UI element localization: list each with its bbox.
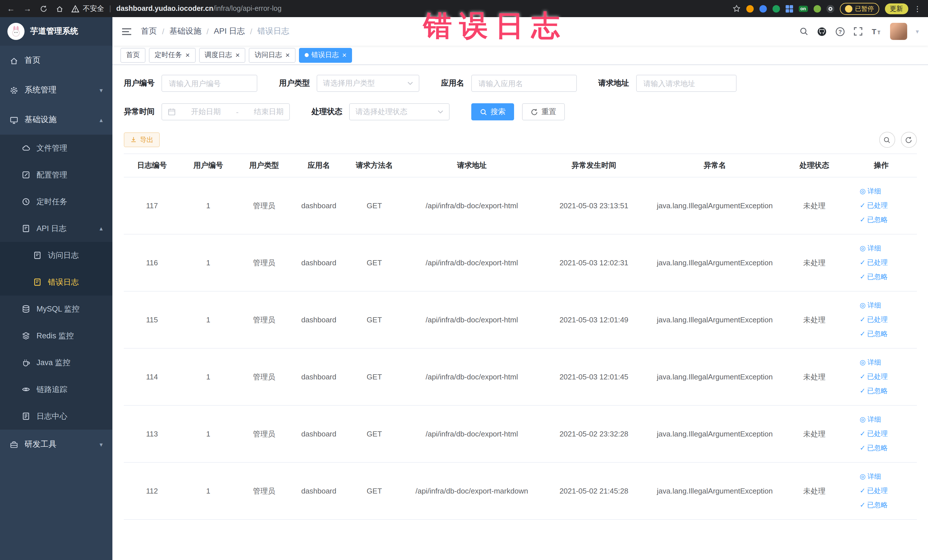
user-id-input[interactable] xyxy=(162,75,257,92)
tab-scheduled-jobs[interactable]: 定时任务 × xyxy=(149,48,195,63)
tab-access-log[interactable]: 访问日志 × xyxy=(249,48,295,63)
sidebar-item-infrastructure[interactable]: 基础设施 ▴ xyxy=(0,105,112,135)
search-icon[interactable] xyxy=(799,27,809,36)
forward-icon[interactable]: → xyxy=(23,4,31,13)
home-icon[interactable] xyxy=(56,5,63,12)
logo-rabbit-icon xyxy=(8,23,24,40)
filter-row-2: 异常时间 开始日期 - 结束日期 处理状态 请选择处理状态 搜索 xyxy=(124,103,917,121)
extension-blue-icon[interactable] xyxy=(759,5,766,12)
sidebar-item-access-log[interactable]: 访问日志 xyxy=(0,242,112,269)
detail-link[interactable]: ◎详细 xyxy=(860,241,914,256)
extension-green-icon[interactable] xyxy=(772,5,780,12)
exception-time-range-picker[interactable]: 开始日期 - 结束日期 xyxy=(162,103,290,121)
tab-error-log[interactable]: 错误日志 × xyxy=(299,48,352,63)
cell-user-id: 1 xyxy=(180,405,236,462)
sidebar-item-log-center[interactable]: 日志中心 xyxy=(0,403,112,430)
tab-scheduler-log[interactable]: 调度日志 × xyxy=(199,48,245,63)
extension-leaf-icon[interactable] xyxy=(814,5,821,12)
processed-link[interactable]: ✓已处理 xyxy=(860,484,914,498)
browser-menu-icon[interactable]: ⋮ xyxy=(914,4,921,13)
column-header: 用户类型 xyxy=(237,154,292,177)
search-button[interactable]: 搜索 xyxy=(471,103,514,121)
hamburger-icon[interactable] xyxy=(122,27,132,36)
bookmark-star-icon[interactable] xyxy=(732,5,740,12)
app-name-input[interactable] xyxy=(471,75,577,92)
page-url[interactable]: dashboard.yudao.iocoder.cn/infra/log/api… xyxy=(116,5,282,12)
browser-update-button[interactable]: 更新 xyxy=(885,3,908,14)
extension-on-badge[interactable]: on xyxy=(798,5,807,12)
sidebar-item-home[interactable]: 首页 xyxy=(0,46,112,75)
sidebar-item-redis-monitor[interactable]: Redis 监控 xyxy=(0,322,112,349)
user-avatar[interactable] xyxy=(890,23,907,40)
address-divider: | xyxy=(109,5,111,12)
ignored-link[interactable]: ✓已忽略 xyxy=(860,327,914,341)
sidebar-item-system-mgmt[interactable]: 系统管理 ▾ xyxy=(0,75,112,105)
ignored-link[interactable]: ✓已忽略 xyxy=(860,270,914,284)
sidebar-item-trace[interactable]: 链路追踪 xyxy=(0,376,112,403)
refresh-table-button[interactable] xyxy=(901,132,917,148)
ignored-link[interactable]: ✓已忽略 xyxy=(860,384,914,398)
security-warning[interactable]: 不安全 xyxy=(71,4,104,14)
address-bar[interactable]: 不安全 | dashboard.yudao.iocoder.cn/infra/l… xyxy=(71,4,724,14)
help-icon[interactable]: ? xyxy=(835,26,845,36)
column-header: 异常名 xyxy=(647,154,783,177)
sidebar-item-dev-tools[interactable]: 研发工具 ▾ xyxy=(0,430,112,459)
github-icon[interactable] xyxy=(817,26,827,36)
tab-close-icon[interactable]: × xyxy=(185,51,190,59)
cell-status: 未处理 xyxy=(783,234,846,291)
cell-actions: ◎详细✓已处理✓已忽略 xyxy=(846,462,917,519)
cell-time: 2021-05-03 23:13:51 xyxy=(541,177,647,234)
tab-close-icon[interactable]: × xyxy=(235,51,240,59)
caret-down-icon[interactable]: ▾ xyxy=(916,27,919,35)
cell-method: GET xyxy=(346,348,403,405)
detail-link[interactable]: ◎详细 xyxy=(860,412,914,427)
sidebar-item-mysql-monitor[interactable]: MySQL 监控 xyxy=(0,296,112,322)
filter-process-status: 处理状态 请选择处理状态 xyxy=(311,103,450,121)
tab-close-icon[interactable]: × xyxy=(285,51,290,59)
fullscreen-icon[interactable] xyxy=(853,27,863,36)
tab-close-icon[interactable]: × xyxy=(342,51,346,59)
breadcrumb-home[interactable]: 首页 xyxy=(141,26,157,37)
detail-link[interactable]: ◎详细 xyxy=(860,184,914,198)
ignored-link[interactable]: ✓已忽略 xyxy=(860,498,914,512)
sidebar-item-scheduled-jobs[interactable]: 定时任务 xyxy=(0,188,112,215)
back-icon[interactable]: ← xyxy=(7,4,15,13)
sidebar-item-api-logs[interactable]: API 日志 ▴ xyxy=(0,215,112,242)
extension-paw-icon[interactable] xyxy=(826,5,834,12)
sidebar-item-java-monitor[interactable]: Java 监控 xyxy=(0,349,112,376)
processed-link[interactable]: ✓已处理 xyxy=(860,370,914,384)
cell-status: 未处理 xyxy=(783,177,846,234)
cell-app-name: dashboard xyxy=(292,234,346,291)
breadcrumb-api-logs[interactable]: API 日志 xyxy=(214,26,245,37)
processed-link[interactable]: ✓已处理 xyxy=(860,256,914,270)
detail-link[interactable]: ◎详细 xyxy=(860,298,914,313)
detail-link[interactable]: ◎详细 xyxy=(860,356,914,370)
ignored-link[interactable]: ✓已忽略 xyxy=(860,441,914,455)
export-button[interactable]: 导出 xyxy=(124,132,160,147)
user-type-select[interactable]: 请选择用户类型 xyxy=(317,75,419,92)
processed-link[interactable]: ✓已处理 xyxy=(860,427,914,441)
profile-paused-badge[interactable]: 已暂停 xyxy=(839,3,879,15)
check-icon: ✓ xyxy=(860,327,865,341)
process-status-select[interactable]: 请选择处理状态 xyxy=(349,103,450,121)
breadcrumb-infrastructure[interactable]: 基础设施 xyxy=(169,26,201,37)
extension-grid-icon[interactable] xyxy=(785,5,793,12)
detail-link[interactable]: ◎详细 xyxy=(860,470,914,484)
sidebar-item-file-mgmt[interactable]: 文件管理 xyxy=(0,135,112,162)
ignored-link[interactable]: ✓已忽略 xyxy=(860,213,914,227)
cell-status: 未处理 xyxy=(783,348,846,405)
user-type-label: 用户类型 xyxy=(279,78,310,89)
reload-icon[interactable] xyxy=(40,5,47,12)
reset-button[interactable]: 重置 xyxy=(522,103,565,121)
processed-link[interactable]: ✓已处理 xyxy=(860,313,914,327)
cell-time: 2021-05-02 23:32:28 xyxy=(541,405,647,462)
toggle-search-button[interactable] xyxy=(879,132,895,148)
extension-orange-icon[interactable] xyxy=(746,5,753,12)
font-size-icon[interactable]: TT xyxy=(871,27,882,36)
sidebar-item-error-log[interactable]: 错误日志 xyxy=(0,269,112,296)
processed-link[interactable]: ✓已处理 xyxy=(860,198,914,213)
tab-home[interactable]: 首页 xyxy=(121,48,145,63)
cell-log-id: 112 xyxy=(124,462,180,519)
sidebar-item-config-mgmt[interactable]: 配置管理 xyxy=(0,162,112,188)
request-url-input[interactable] xyxy=(636,75,736,92)
